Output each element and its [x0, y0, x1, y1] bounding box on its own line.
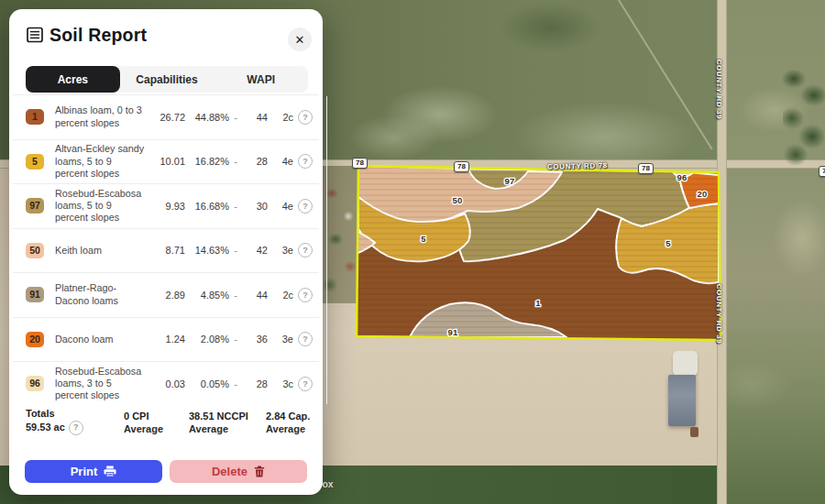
table-row-5[interactable]: 91 Platner-Rago-Dacono loams 2.89 4.85% …	[13, 272, 319, 317]
soil-percent: 16.82%	[185, 156, 229, 167]
soil-map-label-1: 1	[535, 298, 541, 308]
help-icon[interactable]: ?	[298, 288, 313, 302]
help-icon[interactable]: ?	[298, 243, 313, 257]
soil-acres: 1.24	[147, 334, 185, 345]
soil-name: Dacono loam	[55, 334, 147, 345]
soil-cpi: -	[229, 156, 242, 167]
print-button[interactable]: Print	[25, 460, 162, 483]
soil-cpi: -	[229, 245, 242, 256]
soil-capability: 2c	[268, 290, 293, 301]
tab-wapi[interactable]: WAPI	[214, 66, 308, 93]
soil-acres: 2.89	[147, 290, 185, 301]
cap-average-label: Average	[266, 423, 310, 436]
soil-id-badge: 20	[26, 332, 44, 347]
tab-acres[interactable]: Acres	[26, 66, 120, 93]
soil-acres: 8.71	[147, 245, 185, 256]
soil-nccpi: 30	[242, 201, 268, 212]
print-button-label: Print	[71, 465, 98, 478]
road-label-county-rd-39-b: COUNTY RD 39	[715, 284, 723, 345]
soil-map-label-91: 91	[447, 327, 458, 337]
soil-name: Altvan-Eckley sandy loams, 5 to 9 percen…	[55, 143, 147, 180]
soil-map-label-20: 20	[697, 189, 707, 199]
soil-percent: 44.88%	[185, 112, 229, 123]
soil-nccpi: 36	[242, 334, 268, 345]
soil-map-label-97: 97	[504, 176, 514, 186]
soil-capability: 3e	[268, 245, 293, 256]
soil-cpi: -	[229, 201, 242, 212]
soil-nccpi: 28	[242, 378, 268, 389]
table-row-2[interactable]: 5 Altvan-Eckley sandy loams, 5 to 9 perc…	[13, 139, 319, 184]
soil-percent: 14.63%	[185, 245, 229, 256]
soil-report-panel: Soil Report ✕ Acres Capabilities WAPI 1 …	[9, 9, 323, 495]
soil-cpi: -	[229, 334, 242, 345]
cpi-average-value: 0 CPI	[124, 411, 163, 423]
soil-name: Albinas loam, 0 to 3 percent slopes	[55, 104, 147, 129]
soil-map-label-96: 96	[676, 172, 687, 182]
page-title: Soil Report	[50, 25, 147, 46]
cap-average-value: 2.84 Cap.	[266, 411, 310, 423]
table-row-4[interactable]: 50 Keith loam 8.71 14.63% - 42 3e ?	[13, 228, 319, 273]
road-shield-78-d: 78	[819, 166, 825, 177]
printer-icon	[104, 466, 116, 477]
soil-nccpi: 42	[242, 245, 268, 256]
soil-acres: 9.93	[147, 201, 185, 212]
nccpi-average-label: Average	[189, 423, 248, 436]
road-shield-78-b: 78	[454, 161, 469, 172]
table-row-7[interactable]: 96 Rosebud-Escabosa loams, 3 to 5 percen…	[13, 361, 319, 406]
soil-cpi: -	[229, 112, 242, 123]
soil-table: 1 Albinas loam, 0 to 3 percent slopes 26…	[13, 94, 319, 406]
road-shield-78-c: 78	[638, 163, 654, 174]
delete-button-label: Delete	[212, 465, 248, 478]
delete-button[interactable]: Delete	[170, 460, 307, 483]
soil-acres: 0.03	[147, 378, 185, 389]
soil-percent: 2.08%	[185, 334, 229, 345]
road-label-county-rd-78: COUNTY RD 78	[547, 161, 608, 171]
soil-capability: 4e	[268, 201, 293, 212]
cpi-average-label: Average	[124, 423, 163, 436]
road-shield-78-a: 78	[352, 158, 368, 169]
soil-percent: 0.05%	[185, 378, 229, 389]
soil-percent: 4.85%	[185, 290, 229, 301]
road-label-county-rd-39-a: COUNTY RD 39	[715, 60, 723, 120]
soil-id-badge: 96	[26, 376, 44, 391]
soil-id-badge: 1	[26, 109, 44, 125]
table-row-3[interactable]: 97 Rosebud-Escabosa loams, 5 to 9 percen…	[13, 183, 319, 228]
soil-capability: 3e	[268, 334, 293, 345]
table-row-6[interactable]: 20 Dacono loam 1.24 2.08% - 36 3e ?	[13, 317, 319, 362]
help-icon[interactable]: ?	[298, 332, 313, 346]
soil-map-label-5a: 5	[421, 234, 426, 244]
tab-capabilities[interactable]: Capabilities	[120, 66, 214, 93]
help-icon[interactable]: ?	[298, 199, 313, 214]
soil-acres: 10.01	[147, 156, 185, 167]
report-icon	[27, 27, 43, 43]
totals-acres: 59.53 ac	[26, 422, 65, 434]
close-button[interactable]: ✕	[288, 27, 312, 51]
help-icon[interactable]: ?	[69, 421, 83, 435]
nccpi-average-value: 38.51 NCCPI	[189, 411, 248, 423]
close-icon: ✕	[295, 33, 305, 47]
soil-cpi: -	[229, 378, 242, 389]
help-icon[interactable]: ?	[298, 377, 313, 391]
totals-label: Totals	[26, 408, 83, 421]
tab-bar: Acres Capabilities WAPI	[26, 66, 308, 93]
soil-capability: 4e	[268, 156, 293, 167]
nccpi-average-block: 38.51 NCCPI Average	[189, 411, 248, 435]
soil-id-badge: 50	[26, 243, 44, 258]
scrollbar-track[interactable]	[326, 96, 327, 404]
soil-nccpi: 28	[242, 156, 268, 167]
cap-average-block: 2.84 Cap. Average	[266, 411, 310, 435]
soil-map-label-50: 50	[452, 195, 462, 205]
help-icon[interactable]: ?	[298, 154, 313, 169]
soil-cpi: -	[229, 290, 242, 301]
soil-id-badge: 91	[26, 287, 44, 302]
table-row-1[interactable]: 1 Albinas loam, 0 to 3 percent slopes 26…	[13, 94, 319, 139]
soil-nccpi: 44	[242, 112, 268, 123]
soil-name: Keith loam	[55, 245, 147, 257]
soil-capability: 3c	[268, 378, 293, 389]
soil-name: Rosebud-Escabosa loams, 3 to 5 percent s…	[55, 366, 147, 402]
cpi-average-block: 0 CPI Average	[124, 411, 163, 435]
soil-name: Rosebud-Escabosa loams, 5 to 9 percent s…	[55, 188, 147, 225]
help-icon[interactable]: ?	[298, 110, 313, 125]
totals-block: Totals 59.53 ac ?	[26, 408, 83, 435]
soil-capability: 2c	[268, 112, 293, 123]
